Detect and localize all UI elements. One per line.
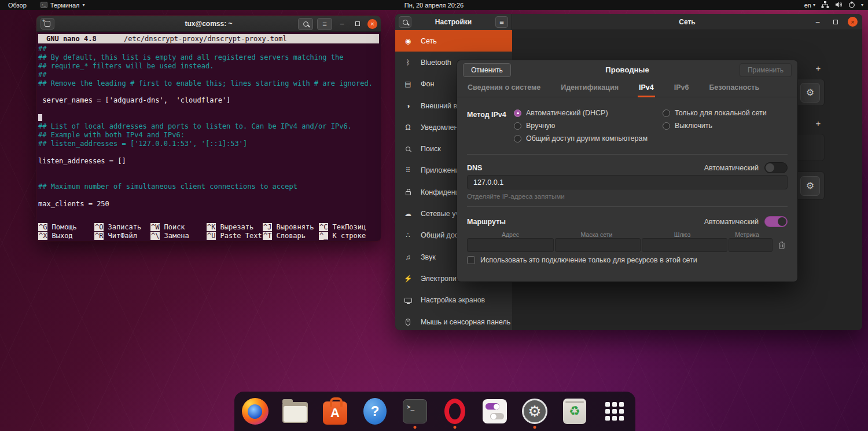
chevron-down-icon[interactable]: ▾ <box>861 2 863 8</box>
clock[interactable]: Пн, 20 апреля 20:26 <box>404 2 464 9</box>
route-column-headers: АдресМаска сетиШлюзМетрика <box>467 231 774 238</box>
radio-button[interactable] <box>663 122 670 130</box>
terminal-window: tux@comss: ~ ≡ – × GNU nano 4.8 /etc/dns… <box>36 16 381 241</box>
tab-Безопасность[interactable]: Безопасность <box>708 79 760 97</box>
apply-button[interactable]: Применить <box>740 63 792 77</box>
route-input-3[interactable] <box>642 238 727 252</box>
keyboard-layout-indicator[interactable]: en ▾ <box>804 2 815 9</box>
route-column-header: Маска сети <box>554 231 639 238</box>
dock-item-settings-toggles[interactable] <box>481 393 509 430</box>
dock-item-settings-gear[interactable]: ⚙ <box>521 393 549 430</box>
volume-icon[interactable] <box>835 1 843 9</box>
dns-hint: Отделяйте IP-адреса запятыми <box>467 193 565 200</box>
restrict-connection-checkbox[interactable] <box>467 256 475 264</box>
dock-item-firefox[interactable] <box>241 393 269 430</box>
radio-button[interactable] <box>514 122 521 130</box>
shortcut-key: ^\ <box>150 232 160 240</box>
tab-Сведения о системе[interactable]: Сведения о системе <box>466 79 542 97</box>
shortcut-key: ^C <box>319 223 328 231</box>
dialog-body: Метод IPv4 Автоматический (DHCP)ВручнуюО… <box>457 97 797 282</box>
dock-item-help[interactable]: ? <box>361 393 389 430</box>
radio-label: Только для локальной сети <box>675 109 767 117</box>
dock-item-files[interactable] <box>281 393 309 430</box>
dock-item-trash[interactable]: ♻ <box>561 393 589 430</box>
ubuntu-software-glyph: A <box>330 406 340 421</box>
privacy-icon <box>403 189 413 195</box>
minimize-button[interactable]: – <box>812 18 823 26</box>
settings-menu-button[interactable]: ≡ <box>495 16 508 28</box>
chevron-down-icon: ▾ <box>82 2 84 8</box>
radio-button[interactable] <box>514 109 521 117</box>
sidebar-item-network[interactable]: ◉Сеть <box>395 30 512 52</box>
dock-item-ubuntu-software[interactable]: A <box>321 393 349 430</box>
route-input-4[interactable] <box>729 238 773 252</box>
route-input-2[interactable] <box>555 238 641 252</box>
ipv4-method-label: Метод IPv4 <box>467 111 506 119</box>
radio-option[interactable]: Общий доступ другим компьютерам <box>514 134 648 143</box>
settings-headerbar[interactable]: Настройки ≡ Сеть – × <box>395 14 862 30</box>
activities-button[interactable]: Обзор <box>0 0 35 10</box>
nano-editor[interactable]: GNU nano 4.8 /etc/dnscrypt-proxy/dnscryp… <box>36 32 381 241</box>
radio-option[interactable]: Вручную <box>514 122 648 130</box>
cancel-button[interactable]: Отменить <box>463 63 511 77</box>
shortcut-label: К строке <box>332 232 366 240</box>
dock-item-opera[interactable] <box>441 393 469 430</box>
sidebar-item-mouse[interactable]: Мышь и сенсорная панель <box>395 311 512 330</box>
routes-automatic-label: Автоматический <box>704 218 759 226</box>
close-button[interactable]: × <box>848 17 858 27</box>
connection-settings-button[interactable]: ⚙ <box>800 83 820 103</box>
maximize-button[interactable] <box>830 18 841 26</box>
new-tab-button[interactable] <box>41 18 54 30</box>
grid-dot <box>612 402 617 407</box>
nano-shortcut-row: ^XВыход^RЧитФайл^\Замена^UPaste Text^TСл… <box>38 232 379 240</box>
close-button[interactable]: × <box>367 19 377 29</box>
displays-icon <box>404 298 412 303</box>
dock-item-app-grid[interactable] <box>601 393 628 430</box>
routes-automatic-toggle[interactable] <box>764 216 788 227</box>
grid-dot <box>612 416 617 421</box>
terminal-menu-button[interactable]: ≡ <box>317 18 332 30</box>
app-menu[interactable]: ›_ Терминал ▾ <box>35 0 91 10</box>
bluetooth-icon: ᛒ <box>403 59 413 67</box>
dns-automatic-toggle[interactable] <box>764 162 788 173</box>
tab-IPv6[interactable]: IPv6 <box>673 79 690 97</box>
sound-icon: ♫ <box>403 253 413 261</box>
terminal-search-button[interactable] <box>298 18 313 30</box>
radio-button[interactable] <box>514 135 521 143</box>
nano-line: ## listen_addresses = ['127.0.0.1:53', '… <box>38 140 379 148</box>
ubuntu-software-icon: A <box>323 401 347 425</box>
sidebar-item-displays[interactable]: Настройка экранов <box>395 290 512 311</box>
nano-line <box>38 87 379 96</box>
add-connection-button[interactable]: + <box>812 63 825 73</box>
add-vpn-button[interactable]: + <box>812 118 825 128</box>
shortcut-label: Помощь <box>52 223 76 231</box>
route-input-1[interactable] <box>467 238 554 252</box>
dns-input[interactable] <box>467 175 788 189</box>
radio-option[interactable]: Автоматический (DHCP) <box>514 109 648 117</box>
radio-option[interactable]: Выключить <box>663 122 767 130</box>
dock: A?>_⚙♻ <box>234 392 635 431</box>
radio-option[interactable]: Только для локальной сети <box>663 109 767 117</box>
network-wired-icon[interactable] <box>821 1 829 9</box>
dock-item-terminal[interactable]: >_ <box>401 393 429 430</box>
running-indicator <box>534 426 536 429</box>
maximize-button[interactable] <box>352 20 363 28</box>
nano-shortcut: ^OЗаписать <box>94 223 150 231</box>
delete-route-button[interactable] <box>777 239 787 251</box>
sidebar-item-label: Фон <box>421 80 434 88</box>
hamburger-icon: ≡ <box>322 20 327 28</box>
nano-shortcut: ^JВыровнять <box>263 223 319 231</box>
minimize-button[interactable]: – <box>336 20 348 28</box>
settings-search-button[interactable] <box>399 16 411 28</box>
radio-button[interactable] <box>663 109 670 117</box>
tab-Идентификация[interactable]: Идентификация <box>560 79 620 97</box>
gear-icon: ⚙ <box>806 87 814 98</box>
tab-IPv4[interactable]: IPv4 <box>638 79 655 97</box>
terminal-titlebar[interactable]: tux@comss: ~ ≡ – × <box>36 16 381 32</box>
system-tray[interactable]: en ▾ ▾ <box>804 0 863 10</box>
search-icon <box>303 21 308 27</box>
proxy-settings-button[interactable]: ⚙ <box>800 176 820 196</box>
power-icon[interactable] <box>848 1 855 9</box>
dns-automatic-label: Автоматический <box>704 164 759 172</box>
firefox-globe <box>248 404 262 419</box>
